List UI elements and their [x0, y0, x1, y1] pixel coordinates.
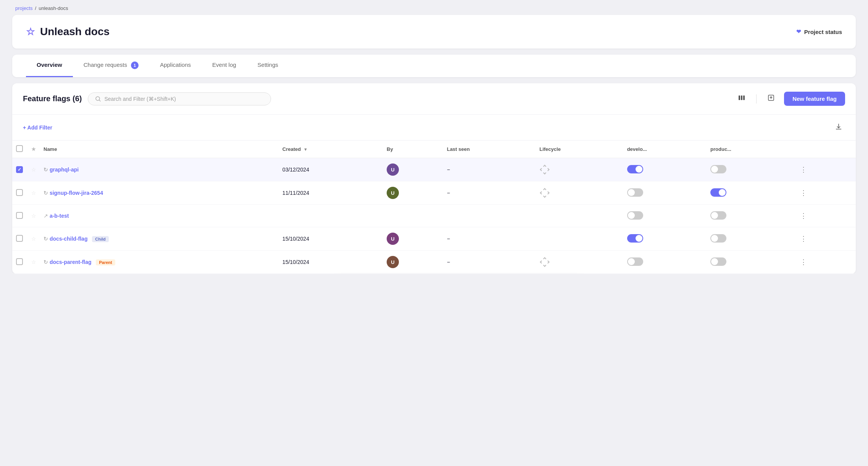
th-created[interactable]: Created ▼ — [279, 141, 383, 158]
row4-checkbox[interactable] — [16, 235, 23, 242]
row1-checkbox[interactable] — [16, 166, 23, 173]
row1-develo-toggle[interactable] — [627, 165, 643, 173]
row2-created: 11/11/2024 — [282, 190, 309, 196]
columns-button[interactable] — [735, 91, 749, 107]
row2-star-icon[interactable]: ☆ — [31, 190, 36, 196]
project-status-button[interactable]: ❤ Project status — [796, 28, 842, 35]
row3-checkbox-cell[interactable] — [12, 205, 27, 227]
row5-by-cell: U — [383, 251, 443, 274]
row5-actions-cell[interactable]: ⋮ — [793, 251, 856, 274]
row4-actions-cell[interactable]: ⋮ — [793, 227, 856, 251]
row4-produc-cell[interactable] — [707, 227, 793, 251]
row4-more-button[interactable]: ⋮ — [797, 233, 810, 244]
row4-star-cell[interactable]: ☆ — [27, 227, 40, 251]
row4-develo-toggle[interactable] — [627, 234, 643, 243]
row1-name-cell: ↻ graphql-api — [40, 158, 279, 181]
row5-last-seen-cell: − — [443, 251, 536, 274]
row3-develo-cell[interactable] — [623, 205, 707, 227]
row5-produc-toggle[interactable] — [710, 257, 726, 266]
row5-produc-cell[interactable] — [707, 251, 793, 274]
row4-develo-cell[interactable] — [623, 227, 707, 251]
project-status-icon: ❤ — [796, 28, 801, 35]
row2-checkbox-cell[interactable] — [12, 181, 27, 205]
tab-overview[interactable]: Overview — [26, 55, 73, 77]
row2-develo-cell[interactable] — [623, 181, 707, 205]
project-status-label: Project status — [804, 29, 842, 35]
row2-produc-cell[interactable] — [707, 181, 793, 205]
row1-last-seen-cell: − — [443, 158, 536, 181]
row4-last-seen: − — [447, 236, 450, 242]
row1-star-icon[interactable]: ☆ — [31, 167, 36, 173]
download-icon-button[interactable] — [832, 120, 845, 135]
tab-change-requests[interactable]: Change requests 1 — [73, 55, 149, 77]
row3-name-cell: ↗ a-b-test — [40, 205, 279, 227]
row5-star-icon[interactable]: ☆ — [31, 259, 36, 265]
row2-star-cell[interactable]: ☆ — [27, 181, 40, 205]
th-star-icon: ★ — [31, 146, 36, 152]
row3-actions-cell[interactable]: ⋮ — [793, 205, 856, 227]
export-button[interactable] — [764, 91, 778, 107]
search-bar[interactable]: Search and Filter (⌘+Shift+K) — [88, 92, 271, 105]
row2-more-button[interactable]: ⋮ — [797, 187, 810, 199]
breadcrumb: projects / unleash-docs — [0, 0, 868, 15]
row1-actions-cell[interactable]: ⋮ — [793, 158, 856, 181]
row2-actions-cell[interactable]: ⋮ — [793, 181, 856, 205]
row1-star-cell[interactable]: ☆ — [27, 158, 40, 181]
row3-checkbox[interactable] — [16, 212, 23, 219]
tab-event-log-label: Event log — [212, 61, 236, 68]
new-feature-flag-button[interactable]: New feature flag — [784, 92, 845, 106]
row1-lifecycle-cell — [536, 158, 623, 181]
add-filter-button[interactable]: + Add Filter — [23, 125, 52, 131]
row4-star-icon[interactable]: ☆ — [31, 236, 36, 242]
row1-created: 03/12/2024 — [282, 167, 309, 173]
row2-develo-toggle[interactable] — [627, 188, 643, 197]
row1-produc-cell[interactable] — [707, 158, 793, 181]
row5-develo-toggle[interactable] — [627, 257, 643, 266]
row3-star-icon[interactable]: ☆ — [31, 213, 36, 219]
row1-develo-cell[interactable] — [623, 158, 707, 181]
row5-last-seen: − — [447, 259, 450, 265]
row5-star-cell[interactable]: ☆ — [27, 251, 40, 274]
row5-name-cell: ↻ docs-parent-flag Parent — [40, 251, 279, 274]
row2-checkbox[interactable] — [16, 189, 23, 196]
th-produc: produc... — [707, 141, 793, 158]
flags-table-wrapper: ★ Name Created ▼ By Last seen — [12, 141, 856, 274]
tab-event-log[interactable]: Event log — [202, 55, 247, 77]
favorite-icon[interactable]: ☆ — [26, 26, 35, 38]
filter-bar: + Add Filter — [12, 115, 856, 141]
row2-flag-name[interactable]: signup-flow-jira-2654 — [50, 190, 103, 196]
row4-by-cell: U — [383, 227, 443, 251]
row1-lifecycle-icon — [539, 164, 550, 175]
select-all-checkbox[interactable] — [16, 145, 23, 152]
row3-develo-toggle[interactable] — [627, 211, 643, 220]
row1-more-button[interactable]: ⋮ — [797, 164, 810, 175]
svg-line-1 — [99, 100, 100, 101]
tab-applications[interactable]: Applications — [149, 55, 202, 77]
breadcrumb-projects[interactable]: projects — [15, 5, 33, 11]
row1-produc-toggle[interactable] — [710, 165, 726, 173]
row5-more-button[interactable]: ⋮ — [797, 256, 810, 268]
row5-avatar: U — [387, 256, 399, 268]
row3-more-button[interactable]: ⋮ — [797, 210, 810, 222]
row1-avatar: U — [387, 163, 399, 176]
row5-lifecycle-cell — [536, 251, 623, 274]
row4-last-seen-cell: − — [443, 227, 536, 251]
row1-flag-name[interactable]: graphql-api — [50, 167, 79, 173]
row3-flag-name[interactable]: a-b-test — [50, 213, 69, 219]
row4-produc-toggle[interactable] — [710, 234, 726, 243]
row5-checkbox-cell[interactable] — [12, 251, 27, 274]
row4-checkbox-cell[interactable] — [12, 227, 27, 251]
row2-produc-toggle[interactable] — [710, 188, 726, 197]
table-row: ☆ ↻ signup-flow-jira-2654 11/11/2024 U − — [12, 181, 856, 205]
breadcrumb-separator: / — [35, 5, 37, 11]
row5-flag-name[interactable]: docs-parent-flag — [50, 259, 92, 265]
row3-by-cell — [383, 205, 443, 227]
row4-flag-name[interactable]: docs-child-flag — [50, 236, 88, 242]
row3-star-cell[interactable]: ☆ — [27, 205, 40, 227]
row3-produc-toggle[interactable] — [710, 211, 726, 220]
row5-checkbox[interactable] — [16, 258, 23, 265]
row1-checkbox-cell[interactable] — [12, 158, 27, 181]
row5-develo-cell[interactable] — [623, 251, 707, 274]
row3-produc-cell[interactable] — [707, 205, 793, 227]
tab-settings[interactable]: Settings — [247, 55, 289, 77]
